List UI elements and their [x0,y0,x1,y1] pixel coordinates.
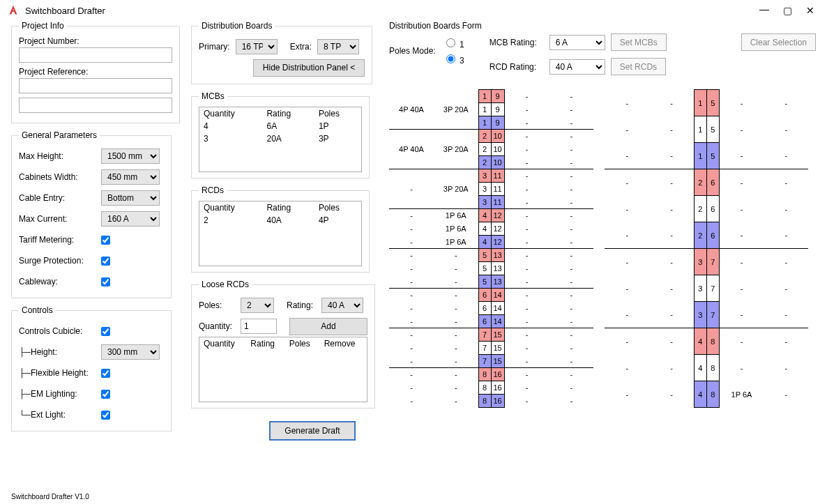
clear-selection-button[interactable]: Clear Selection [741,33,816,51]
grid-cell[interactable] [434,116,478,130]
loose-qty-input[interactable] [241,319,277,334]
grid-cell[interactable]: - [504,236,549,249]
grid-num-cell[interactable]: 15 [491,342,504,355]
grid-cell[interactable]: - [434,289,478,302]
grid-num-cell[interactable]: 8 [478,368,491,381]
grid-cell[interactable]: - [434,355,478,368]
grid-num-cell[interactable]: 3 [694,302,706,328]
grid-num-cell[interactable]: 5 [478,249,491,262]
grid-num-cell[interactable]: 8 [706,381,719,408]
grid-cell[interactable]: - [389,315,434,328]
grid-cell[interactable]: - [649,169,694,196]
grid-cell[interactable]: - [649,355,694,381]
mcbs-list[interactable]: QuantityRatingPoles46A1P320A3P [199,107,362,172]
grid-cell[interactable]: - [605,116,649,143]
grid-cell[interactable]: - [549,90,593,103]
grid-cell[interactable]: - [764,169,808,196]
grid-cell[interactable]: - [434,262,478,275]
add-loose-rcd-button[interactable]: Add [289,318,367,335]
cab-width-select[interactable]: 450 mm [101,169,160,185]
grid-num-cell[interactable]: 16 [491,381,504,395]
grid-num-cell[interactable]: 10 [491,130,504,143]
grid-num-cell[interactable]: 5 [478,275,491,289]
grid-cell[interactable]: - [504,315,549,328]
flex-height-checkbox[interactable] [101,369,110,378]
grid-cell[interactable]: - [764,275,808,302]
grid-num-cell[interactable]: 13 [491,249,504,262]
grid-num-cell[interactable]: 6 [478,289,491,302]
grid-num-cell[interactable]: 7 [706,275,719,302]
grid-cell[interactable]: - [549,156,593,169]
rcds-list[interactable]: QuantityRatingPoles240A4P [199,201,362,266]
grid-num-cell[interactable]: 5 [706,116,719,143]
grid-num-cell[interactable]: 5 [706,90,719,116]
grid-cell[interactable]: - [389,289,434,302]
grid-cell[interactable]: - [764,116,808,143]
grid-cell[interactable]: - [389,302,434,315]
grid-cell[interactable]: - [719,143,764,169]
grid-cell[interactable]: - [504,328,549,342]
grid-cell[interactable]: - [649,381,694,408]
grid-cell[interactable]: - [649,90,694,116]
rcd-rating-select[interactable]: 40 A [549,59,605,75]
grid-cell[interactable]: - [649,302,694,328]
grid-cell[interactable] [389,130,434,143]
poles-radio-3[interactable]: 3 [443,52,464,66]
grid-cell[interactable] [434,196,478,209]
grid-cell[interactable]: - [764,222,808,249]
grid-num-cell[interactable]: 4 [478,209,491,222]
grid-num-cell[interactable]: 2 [478,130,491,143]
grid-num-cell[interactable]: 4 [478,222,491,236]
grid-num-cell[interactable]: 3 [694,275,706,302]
grid-num-cell[interactable]: 2 [694,196,706,222]
grid-cell[interactable]: - [549,328,593,342]
grid-cell[interactable]: - [504,262,549,275]
grid-cell[interactable]: - [504,249,549,262]
grid-cell[interactable]: - [549,143,593,156]
grid-cell[interactable]: - [549,315,593,328]
grid-cell[interactable]: - [389,183,434,196]
grid-cell[interactable]: - [549,302,593,315]
grid-num-cell[interactable]: 14 [491,289,504,302]
grid-cell[interactable]: - [764,381,808,408]
grid-num-cell[interactable]: 11 [491,169,504,183]
grid-cell[interactable]: - [649,222,694,249]
grid-cell[interactable]: - [605,249,649,275]
grid-cell[interactable]: - [764,355,808,381]
grid-cell[interactable]: - [434,275,478,289]
grid-cell[interactable]: - [549,381,593,395]
board-grid-left[interactable]: 19--4P 40A3P 20A19--19--210--4P 40A3P 20… [389,89,593,408]
grid-num-cell[interactable]: 12 [491,236,504,249]
grid-cell[interactable]: - [649,196,694,222]
grid-cell[interactable]: - [605,196,649,222]
project-number-input[interactable] [19,47,172,63]
grid-cell[interactable]: - [434,342,478,355]
grid-num-cell[interactable]: 9 [491,90,504,103]
ctrl-height-select[interactable]: 300 mm [101,344,160,360]
grid-cell[interactable]: 4P 40A [389,143,434,156]
loose-poles-select[interactable]: 2 [241,298,274,313]
grid-num-cell[interactable]: 4 [694,355,706,381]
grid-num-cell[interactable]: 1 [478,116,491,130]
grid-num-cell[interactable]: 8 [478,395,491,408]
grid-cell[interactable]: - [605,90,649,116]
grid-num-cell[interactable]: 2 [478,156,491,169]
grid-cell[interactable]: - [434,381,478,395]
grid-num-cell[interactable]: 10 [491,156,504,169]
grid-cell[interactable]: - [605,143,649,169]
grid-cell[interactable]: - [549,262,593,275]
cubicle-checkbox[interactable] [101,327,110,336]
grid-num-cell[interactable]: 11 [491,183,504,196]
grid-cell[interactable]: - [504,130,549,143]
grid-cell[interactable]: - [504,169,549,183]
cable-entry-select[interactable]: Bottom [101,190,160,206]
grid-cell[interactable] [389,90,434,103]
grid-num-cell[interactable]: 15 [491,328,504,342]
board-grid-right[interactable]: --15----15----15----26----26----26----37… [605,89,808,408]
grid-num-cell[interactable]: 1 [694,90,706,116]
grid-cell[interactable]: - [504,395,549,408]
grid-cell[interactable]: - [434,249,478,262]
grid-cell[interactable]: - [719,222,764,249]
grid-num-cell[interactable]: 1 [694,116,706,143]
grid-cell[interactable] [434,156,478,169]
